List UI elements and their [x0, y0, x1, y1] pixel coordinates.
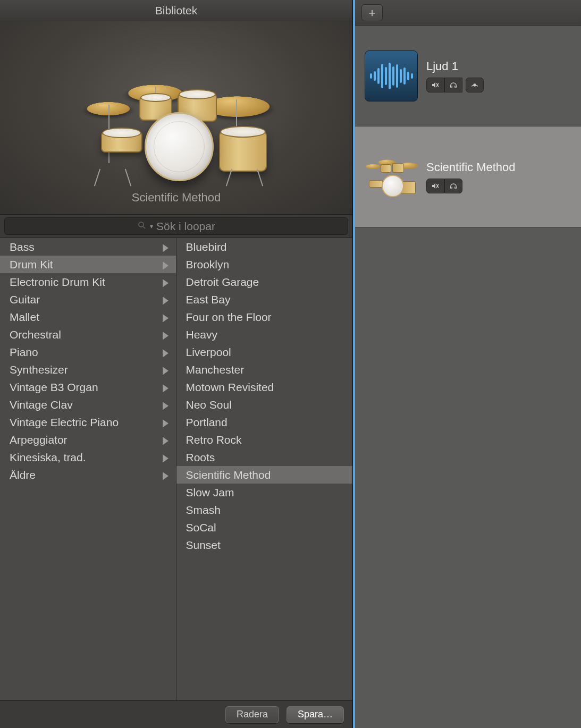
preset-row[interactable]: Scientific Method: [176, 466, 353, 484]
preset-row[interactable]: Neo Soul: [176, 396, 353, 413]
preset-label: SoCal: [186, 521, 216, 534]
track-row[interactable]: Scientific Method: [355, 126, 581, 227]
category-row[interactable]: Vintage Electric Piano▶: [0, 413, 176, 431]
preset-label: Sunset: [186, 539, 221, 552]
category-row[interactable]: Piano▶: [0, 343, 176, 361]
plus-icon: ＋: [366, 5, 378, 21]
preset-row[interactable]: Roots: [176, 448, 353, 466]
chevron-right-icon: ▶: [163, 328, 169, 340]
chevron-right-icon: ▶: [163, 381, 169, 393]
category-row[interactable]: Vintage Clav▶: [0, 396, 176, 413]
chevron-right-icon: ▶: [163, 241, 169, 252]
preset-label: Roots: [186, 451, 215, 464]
preset-row[interactable]: Heavy: [176, 326, 353, 343]
chevron-right-icon: ▶: [163, 451, 169, 463]
chevron-right-icon: ▶: [163, 311, 169, 323]
search-input[interactable]: ▾ Sök i loopar: [4, 217, 348, 235]
preset-row[interactable]: East Bay: [176, 291, 353, 308]
drum-track-icon: [365, 151, 418, 202]
search-bar: ▾ Sök i loopar: [0, 215, 352, 238]
chevron-right-icon: ▶: [163, 416, 169, 428]
chevron-right-icon: ▶: [163, 258, 169, 270]
track-row[interactable]: Ljud 1: [355, 26, 581, 126]
preset-label: Motown Revisited: [186, 381, 274, 394]
preset-label: Neo Soul: [186, 399, 232, 411]
preset-label: Slow Jam: [186, 486, 234, 499]
audio-track-icon: [365, 50, 418, 101]
preset-label: Retro Rock: [186, 434, 242, 446]
mute-icon: [431, 182, 440, 190]
delete-button[interactable]: Radera: [225, 706, 279, 723]
preset-label: Bluebird: [186, 241, 227, 253]
preset-row[interactable]: Detroit Garage: [176, 273, 353, 291]
category-label: Vintage Clav: [10, 399, 73, 411]
instrument-preview-image: [65, 46, 288, 184]
category-row[interactable]: Drum Kit▶: [0, 256, 176, 273]
preset-row[interactable]: SoCal: [176, 519, 353, 536]
headphones-icon: [449, 81, 458, 89]
headphones-icon: [449, 182, 458, 190]
preset-row[interactable]: Liverpool: [176, 343, 353, 361]
chevron-right-icon: ▶: [163, 469, 169, 480]
input-monitor-button[interactable]: [466, 78, 484, 92]
instrument-preview: Scientific Method: [0, 21, 352, 215]
preset-row[interactable]: Retro Rock: [176, 431, 353, 448]
category-row[interactable]: Bass▶: [0, 238, 176, 256]
category-label: Vintage Electric Piano: [10, 416, 119, 429]
category-label: Vintage B3 Organ: [10, 381, 98, 394]
category-row[interactable]: Synthesizer▶: [0, 361, 176, 378]
solo-button[interactable]: [444, 78, 462, 92]
preset-row[interactable]: Brooklyn: [176, 256, 353, 273]
category-row[interactable]: Orchestral▶: [0, 326, 176, 343]
instrument-preview-label: Scientific Method: [132, 191, 221, 205]
category-row[interactable]: Mallet▶: [0, 308, 176, 326]
category-column[interactable]: Bass▶Drum Kit▶Electronic Drum Kit▶Guitar…: [0, 238, 176, 700]
category-row[interactable]: Vintage B3 Organ▶: [0, 378, 176, 396]
category-row[interactable]: Kinesiska, trad.▶: [0, 448, 176, 466]
chevron-right-icon: ▶: [163, 293, 169, 305]
svg-line-1: [143, 226, 145, 228]
add-track-button[interactable]: ＋: [361, 4, 383, 21]
category-label: Drum Kit: [10, 258, 53, 271]
chevron-down-icon: ▾: [150, 223, 153, 230]
category-label: Äldre: [10, 469, 36, 481]
chevron-right-icon: ▶: [163, 276, 169, 287]
preset-row[interactable]: Motown Revisited: [176, 378, 353, 396]
category-row[interactable]: Electronic Drum Kit▶: [0, 273, 176, 291]
category-row[interactable]: Arpeggiator▶: [0, 431, 176, 448]
category-label: Mallet: [10, 311, 39, 324]
library-titlebar: Bibliotek: [0, 0, 352, 21]
preset-column[interactable]: BluebirdBrooklynDetroit GarageEast BayFo…: [176, 238, 353, 700]
category-label: Orchestral: [10, 328, 61, 341]
preset-row[interactable]: Four on the Floor: [176, 308, 353, 326]
tracks-panel: ＋ Ljud 1Scientific Method: [353, 0, 581, 728]
category-label: Synthesizer: [10, 363, 68, 376]
category-row[interactable]: Guitar▶: [0, 291, 176, 308]
category-label: Piano: [10, 346, 38, 359]
preset-label: Manchester: [186, 363, 245, 376]
track-controls: [426, 179, 516, 193]
track-name: Scientific Method: [426, 160, 516, 174]
category-label: Bass: [10, 241, 35, 253]
mute-icon: [431, 81, 440, 89]
preset-label: Brooklyn: [186, 258, 230, 271]
save-button[interactable]: Spara…: [287, 706, 344, 723]
preset-label: Detroit Garage: [186, 276, 259, 289]
preset-row[interactable]: Slow Jam: [176, 484, 353, 501]
preset-row[interactable]: Smash: [176, 501, 353, 519]
preset-label: Portland: [186, 416, 228, 429]
search-placeholder: Sök i loopar: [156, 220, 215, 233]
preset-row[interactable]: Bluebird: [176, 238, 353, 256]
track-list: Ljud 1Scientific Method: [355, 26, 581, 728]
solo-button[interactable]: [444, 179, 462, 193]
preset-row[interactable]: Portland: [176, 413, 353, 431]
preset-label: Liverpool: [186, 346, 231, 359]
mute-button[interactable]: [426, 78, 444, 92]
category-row[interactable]: Äldre▶: [0, 466, 176, 484]
tracks-topbar: ＋: [355, 0, 581, 26]
mute-button[interactable]: [426, 179, 444, 193]
chevron-right-icon: ▶: [163, 363, 169, 375]
preset-row[interactable]: Sunset: [176, 536, 353, 554]
preset-label: Four on the Floor: [186, 311, 272, 324]
preset-row[interactable]: Manchester: [176, 361, 353, 378]
